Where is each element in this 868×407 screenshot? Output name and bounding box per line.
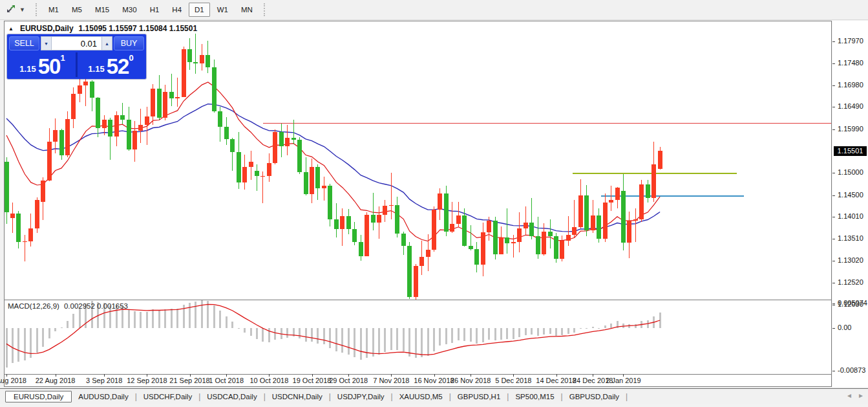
date-axis-label: 22 Aug 2018 [36, 377, 76, 384]
buy-price-big: 52 [107, 57, 129, 76]
tab-divider: | [626, 392, 628, 401]
timeframe-button-m15[interactable]: M15 [89, 3, 115, 17]
date-axis-label: 10 Aug 2018 [0, 377, 26, 384]
one-click-trading-panel: SELL ▼ 0.01 ▲ BUY 1.15 50 1 1.15 52 0 [7, 34, 146, 79]
date-axis-label: 1 Oct 2018 [209, 377, 244, 384]
timeframe-button-m1[interactable]: M1 [43, 3, 65, 17]
date-axis-label: 5 Dec 2018 [495, 377, 531, 384]
sell-button[interactable]: SELL [9, 36, 39, 50]
chart-title: ▲ EURUSD,Daily 1.15095 1.15597 1.15084 1… [8, 24, 197, 33]
price-axis-label: 1.14010 [838, 212, 863, 220]
buy-price-pip: 0 [129, 53, 133, 63]
date-axis-label: 2 Jan 2019 [606, 377, 640, 384]
date-axis-label: 19 Oct 2018 [293, 377, 332, 384]
timeframe-button-m30[interactable]: M30 [116, 3, 142, 17]
chart-tab-xauusd-m5[interactable]: XAUUSD,M5 [393, 391, 449, 402]
sell-price-prefix: 1.15 [19, 64, 36, 74]
top-toolbar: ▼ M1M5M15M30H1H4D1W1MN [0, 0, 868, 20]
macd-tick [832, 303, 835, 304]
toolbar-grip-end [264, 3, 266, 16]
volume-input[interactable]: 0.01 [52, 36, 101, 50]
toolbar-grip [36, 3, 37, 16]
macd-indicator-surface[interactable] [5, 300, 831, 373]
price-axis-label: 1.17480 [838, 59, 863, 67]
date-axis-label: 7 Nov 2018 [373, 377, 409, 384]
price-tick [832, 195, 835, 196]
timeframe-button-h1[interactable]: H1 [144, 3, 165, 17]
current-price-badge: 1.15501 [834, 146, 867, 156]
timeframe-button-m5[interactable]: M5 [66, 3, 88, 17]
macd-name: MACD(12,26,9) [8, 302, 59, 310]
timeframe-button-w1[interactable]: W1 [211, 3, 234, 17]
price-tick [832, 63, 835, 64]
volume-increase-button[interactable]: ▲ [101, 36, 112, 50]
chart-tools-icon[interactable] [5, 4, 17, 16]
chart-tools-dropdown-icon[interactable]: ▼ [19, 6, 25, 13]
price-tick [832, 107, 835, 107]
buy-price[interactable]: 1.15 52 0 [78, 52, 144, 77]
date-axis-label: 12 Sep 2018 [127, 377, 167, 384]
price-tick [832, 85, 835, 86]
macd-axis-label: 0.005074 [838, 299, 867, 307]
price-tick [832, 217, 835, 217]
date-axis-label: 26 Nov 2018 [450, 377, 491, 384]
tab-scroll-right-icon[interactable]: ▸ [859, 391, 863, 400]
price-axis-label: 1.14500 [838, 191, 863, 199]
tab-scroll-nav: ◂▸ [847, 391, 863, 400]
price-axis-label: 1.12520 [838, 278, 863, 286]
price-axis-label: 1.16490 [838, 102, 863, 110]
chart-tab-audusd-daily[interactable]: AUDUSD,Daily [72, 391, 134, 402]
ma-fast-line [6, 82, 660, 241]
price-axis-label: 1.16980 [838, 81, 863, 89]
sell-price-big: 50 [38, 57, 61, 76]
macd-axis-label: -0.00873 [838, 366, 865, 374]
price-axis[interactable]: 1.179701.174801.169801.164901.159901.150… [832, 21, 868, 387]
price-tick [832, 305, 835, 305]
collapse-arrow-icon[interactable]: ▲ [8, 26, 14, 32]
chart-tab-gbpusd-daily[interactable]: GBPUSD,Daily [563, 391, 626, 402]
date-axis-label: 29 Oct 2018 [329, 377, 368, 384]
tab-scroll-left-icon[interactable]: ◂ [847, 391, 851, 400]
price-tick [832, 173, 835, 173]
buy-button[interactable]: BUY [114, 36, 144, 50]
date-axis-label: 21 Sep 2018 [169, 377, 209, 384]
macd-histogram-layer [6, 300, 661, 367]
price-tick [832, 239, 835, 239]
price-axis-label: 1.17970 [838, 37, 863, 45]
horizontal-lines-layer [263, 124, 831, 196]
price-axis-label: 1.15000 [838, 168, 863, 176]
chart-ohlc-values: 1.15095 1.15597 1.15084 1.15501 [79, 24, 198, 33]
chart-tab-usdjpy-daily[interactable]: USDJPY,Daily [331, 391, 391, 402]
chart-tab-usdcad-daily[interactable]: USDCAD,Daily [200, 391, 263, 402]
date-axis-label: 14 Dec 2018 [536, 377, 576, 384]
price-axis-label: 1.15990 [838, 125, 863, 133]
timeframe-button-h4[interactable]: H4 [166, 3, 187, 17]
price-tick [832, 129, 835, 130]
price-axis-label: 1.13510 [838, 234, 863, 242]
chart-tab-bar: EURUSD,DailyAUDUSD,Daily|USDCHF,Daily|US… [0, 389, 868, 404]
macd-label: MACD(12,26,9) 0.002952 0.001653 [8, 302, 128, 310]
chart-tab-gbpusd-h1[interactable]: GBPUSD,H1 [451, 391, 507, 402]
price-axis-label: 1.13020 [838, 256, 863, 264]
price-tick [832, 261, 835, 261]
sell-price[interactable]: 1.15 50 1 [9, 52, 78, 77]
chart-tab-eurusd-daily[interactable]: EURUSD,Daily [5, 391, 72, 402]
timeframe-button-group: M1M5M15M30H1H4D1W1MN [43, 3, 259, 17]
price-tick [832, 283, 835, 283]
date-axis-label: 16 Nov 2018 [414, 377, 454, 384]
volume-decrease-button[interactable]: ▼ [41, 36, 52, 50]
date-axis-label: 3 Sep 2018 [86, 377, 122, 384]
chart-tab-usdchf-daily[interactable]: USDCHF,Daily [137, 391, 198, 402]
date-axis-label: 10 Oct 2018 [249, 377, 288, 384]
macd-values: 0.002952 0.001653 [64, 302, 128, 310]
price-tick [832, 41, 835, 42]
chart-window[interactable]: ▲ EURUSD,Daily 1.15095 1.15597 1.15084 1… [4, 21, 832, 387]
timeframe-button-mn[interactable]: MN [235, 3, 259, 17]
macd-tick [832, 328, 835, 329]
macd-tick [832, 371, 835, 371]
date-axis[interactable]: 10 Aug 201822 Aug 20183 Sep 201812 Sep 2… [5, 375, 831, 386]
timeframe-button-d1[interactable]: D1 [189, 3, 210, 17]
chart-tab-sp500-m15[interactable]: SP500,M15 [509, 391, 560, 402]
chart-tab-usdcnh-daily[interactable]: USDCNH,Daily [266, 391, 329, 402]
sell-price-pip: 1 [60, 53, 65, 63]
